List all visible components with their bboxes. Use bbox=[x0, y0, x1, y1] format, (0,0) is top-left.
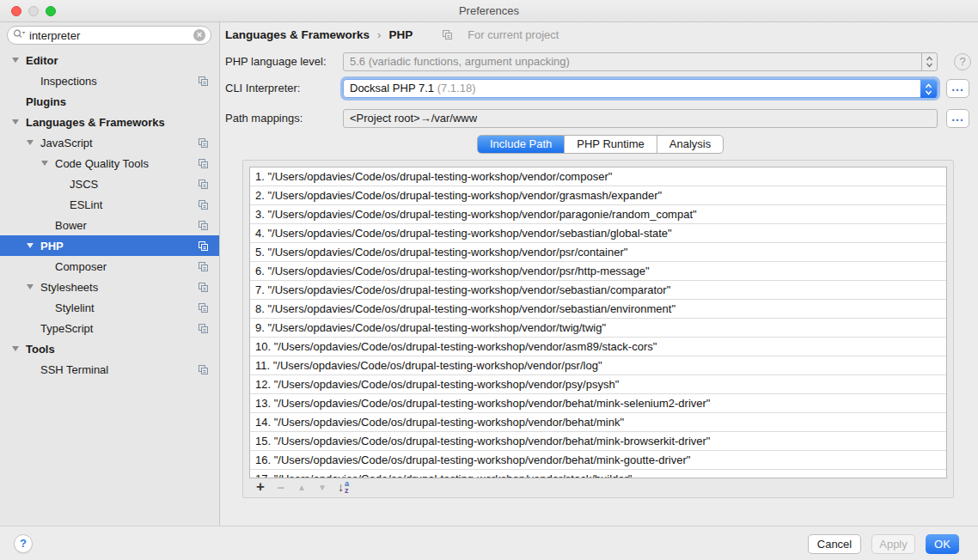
cli-interpreter-label: CLI Interpreter: bbox=[225, 79, 300, 98]
sidebar-item-eslint[interactable]: ESLint bbox=[0, 194, 219, 215]
include-path-row[interactable]: 16. "/Users/opdavies/Code/os/drupal-test… bbox=[250, 451, 946, 470]
include-path-row[interactable]: 15. "/Users/opdavies/Code/os/drupal-test… bbox=[250, 432, 946, 451]
sidebar-item-bower[interactable]: Bower bbox=[0, 215, 219, 235]
sort-alphabetically-icon[interactable]: ↓ a z bbox=[338, 480, 349, 494]
sidebar-item-label: Inspections bbox=[40, 75, 97, 88]
per-project-badge-icon bbox=[198, 323, 209, 334]
sidebar-item-editor[interactable]: Editor bbox=[0, 50, 219, 70]
help-button[interactable]: ? bbox=[14, 534, 33, 553]
sidebar-item-label: JSCS bbox=[70, 178, 98, 191]
include-path-row[interactable]: 1. "/Users/opdavies/Code/os/drupal-testi… bbox=[250, 167, 946, 186]
per-project-badge-icon bbox=[198, 261, 209, 272]
include-path-row[interactable]: 12. "/Users/opdavies/Code/os/drupal-test… bbox=[250, 375, 946, 394]
sidebar-item-tools[interactable]: Tools bbox=[0, 338, 219, 359]
sidebar-item-javascript[interactable]: JavaScript bbox=[0, 132, 219, 153]
sidebar-item-label: TypeScript bbox=[40, 322, 93, 335]
sidebar-item-stylesheets[interactable]: Stylesheets bbox=[0, 277, 219, 297]
move-up-icon: ▲ bbox=[291, 483, 312, 492]
language-level-label: PHP language level: bbox=[225, 52, 327, 71]
tab-include-path[interactable]: Include Path bbox=[478, 136, 565, 153]
chevron-up-down-icon[interactable] bbox=[920, 80, 937, 98]
sidebar-item-label: SSH Terminal bbox=[40, 363, 108, 376]
close-window-button[interactable] bbox=[11, 6, 21, 16]
include-path-row[interactable]: 17. "/Users/opdavies/Code/os/drupal-test… bbox=[250, 470, 946, 478]
breadcrumb-languages-frameworks[interactable]: Languages & Frameworks bbox=[225, 28, 370, 41]
sidebar-item-code-quality-tools[interactable]: Code Quality Tools bbox=[0, 153, 219, 173]
per-project-badge-icon bbox=[198, 220, 209, 231]
sidebar-item-label: Composer bbox=[55, 260, 107, 273]
tab-analysis[interactable]: Analysis bbox=[657, 136, 723, 153]
include-path-row[interactable]: 13. "/Users/opdavies/Code/os/drupal-test… bbox=[250, 394, 946, 413]
include-path-list[interactable]: 1. "/Users/opdavies/Code/os/drupal-testi… bbox=[249, 167, 947, 478]
cancel-button[interactable]: Cancel bbox=[808, 534, 861, 554]
sidebar-item-inspections[interactable]: Inspections bbox=[0, 70, 219, 91]
cli-interpreter-value: Docksal PHP 7.1 bbox=[350, 82, 434, 94]
include-path-row[interactable]: 2. "/Users/opdavies/Code/os/drupal-testi… bbox=[250, 186, 946, 205]
include-path-row[interactable]: 14. "/Users/opdavies/Code/os/drupal-test… bbox=[250, 413, 946, 432]
add-path-icon[interactable]: + bbox=[250, 478, 271, 496]
expand-arrow-icon[interactable] bbox=[27, 140, 34, 145]
breadcrumb-php: PHP bbox=[388, 28, 413, 41]
zoom-window-button[interactable] bbox=[46, 6, 56, 16]
sidebar-item-stylelint[interactable]: Stylelint bbox=[0, 297, 219, 318]
sidebar-item-label: Editor bbox=[26, 54, 58, 67]
per-project-badge-icon bbox=[198, 179, 209, 190]
minimize-window-button bbox=[28, 6, 39, 16]
search-input[interactable] bbox=[29, 29, 193, 42]
help-icon[interactable]: ? bbox=[954, 53, 971, 70]
expand-arrow-icon[interactable] bbox=[12, 346, 19, 351]
expand-arrow-icon[interactable] bbox=[12, 58, 19, 63]
include-path-row[interactable]: 5. "/Users/opdavies/Code/os/drupal-testi… bbox=[250, 243, 946, 262]
search-icon bbox=[13, 28, 26, 42]
per-project-badge-icon bbox=[198, 158, 209, 169]
expand-arrow-icon[interactable] bbox=[41, 161, 48, 166]
cli-interpreter-select[interactable]: Docksal PHP 7.1 (7.1.18) bbox=[343, 79, 938, 98]
dialog-footer: ? Cancel Apply OK bbox=[0, 526, 978, 560]
per-project-badge-icon bbox=[442, 29, 453, 40]
cli-interpreter-browse-button[interactable]: ... bbox=[946, 79, 969, 98]
include-path-row[interactable]: 8. "/Users/opdavies/Code/os/drupal-testi… bbox=[250, 300, 946, 319]
path-mappings-field[interactable]: <Project root>→/var/www bbox=[343, 109, 938, 128]
include-path-row[interactable]: 10. "/Users/opdavies/Code/os/drupal-test… bbox=[250, 338, 946, 356]
per-project-badge-icon bbox=[198, 302, 209, 313]
sidebar-item-php[interactable]: PHP bbox=[0, 235, 219, 256]
sidebar-item-languages-frameworks[interactable]: Languages & Frameworks bbox=[0, 112, 219, 132]
include-path-row[interactable]: 9. "/Users/opdavies/Code/os/drupal-testi… bbox=[250, 319, 946, 338]
include-path-row[interactable]: 4. "/Users/opdavies/Code/os/drupal-testi… bbox=[250, 224, 946, 243]
sidebar-item-label: Tools bbox=[26, 343, 55, 356]
sidebar-item-ssh-terminal[interactable]: SSH Terminal bbox=[0, 359, 219, 380]
sidebar-item-typescript[interactable]: TypeScript bbox=[0, 318, 219, 338]
titlebar: Preferences bbox=[0, 0, 978, 22]
apply-button: Apply bbox=[871, 534, 915, 554]
per-project-badge-icon bbox=[198, 240, 209, 252]
sidebar-item-label: JavaScript bbox=[40, 137, 93, 149]
include-path-row[interactable]: 3. "/Users/opdavies/Code/os/drupal-testi… bbox=[250, 205, 946, 224]
clear-search-icon[interactable]: × bbox=[193, 29, 205, 41]
per-project-badge-icon bbox=[198, 282, 209, 293]
per-project-badge-icon bbox=[198, 76, 209, 87]
sidebar-item-jscs[interactable]: JSCS bbox=[0, 173, 219, 194]
window-title: Preferences bbox=[0, 0, 978, 21]
ok-button[interactable]: OK bbox=[926, 534, 959, 554]
language-level-select[interactable]: 5.6 (variadic functions, argument unpack… bbox=[343, 52, 938, 71]
list-toolbar: + − ▲ ▼ ↓ a z bbox=[250, 478, 349, 496]
sidebar-item-plugins[interactable]: Plugins bbox=[0, 91, 219, 112]
cli-interpreter-version: (7.1.18) bbox=[437, 82, 476, 94]
per-project-badge-icon bbox=[198, 364, 209, 375]
path-mappings-browse-button[interactable]: ... bbox=[946, 109, 969, 128]
sidebar-item-label: PHP bbox=[40, 240, 64, 253]
tab-php-runtime[interactable]: PHP Runtime bbox=[565, 136, 657, 153]
include-path-row[interactable]: 6. "/Users/opdavies/Code/os/drupal-testi… bbox=[250, 262, 946, 281]
sidebar-item-composer[interactable]: Composer bbox=[0, 256, 219, 277]
per-project-badge-icon bbox=[198, 199, 209, 210]
chevron-up-down-icon bbox=[921, 53, 937, 70]
expand-arrow-icon[interactable] bbox=[27, 284, 34, 289]
breadcrumb-separator: › bbox=[377, 28, 381, 41]
expand-arrow-icon[interactable] bbox=[12, 119, 19, 125]
preferences-window: Preferences × EditorInspectionsPluginsLa… bbox=[0, 0, 978, 560]
include-path-row[interactable]: 11. "/Users/opdavies/Code/os/drupal-test… bbox=[250, 356, 946, 375]
settings-search-field[interactable]: × bbox=[7, 26, 211, 45]
include-path-panel: 1. "/Users/opdavies/Code/os/drupal-testi… bbox=[242, 160, 954, 498]
expand-arrow-icon[interactable] bbox=[27, 243, 34, 248]
include-path-row[interactable]: 7. "/Users/opdavies/Code/os/drupal-testi… bbox=[250, 281, 946, 300]
